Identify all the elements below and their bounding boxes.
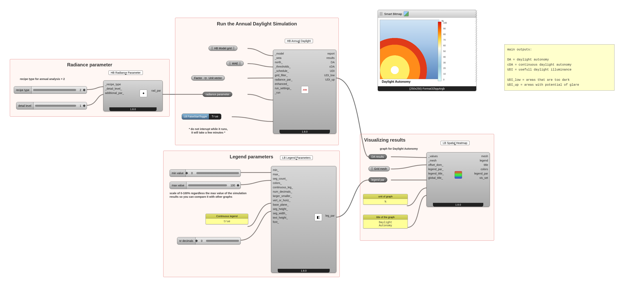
port-legend-par-[interactable]: legend_par_	[427, 167, 445, 171]
capsule-radiance-param[interactable]: radiance parameter	[202, 92, 232, 97]
port-vis-set[interactable]: vis_set	[473, 176, 490, 180]
port-rad-par[interactable]: rad_par	[150, 88, 162, 93]
slider-recipe-type-label: recipe type	[14, 87, 32, 94]
slider-nrdec-val: 0	[199, 239, 204, 242]
port--run[interactable]: _run	[273, 90, 294, 95]
ann-icon: ANN	[301, 86, 308, 94]
port-colors-[interactable]: colors_	[271, 181, 294, 185]
sim-note: * do not interupt while it runs, it will…	[189, 127, 228, 134]
panel-unit-title: unit of graph	[363, 194, 408, 199]
panel-cont-legend[interactable]: Continuous legend true	[206, 214, 248, 224]
panel-unit[interactable]: unit of graph %	[363, 194, 408, 205]
capsule-unit-vector-label: Unit vector	[209, 76, 222, 80]
label-hb-annual: HB Annual Daylight	[285, 39, 313, 43]
port-UDI-up[interactable]: UDI_up	[322, 77, 336, 82]
port-leg-par[interactable]: leg_par	[324, 213, 336, 218]
slider-detail-level[interactable]: detail level 1	[16, 102, 87, 110]
port--wea[interactable]: _wea	[273, 56, 294, 60]
port-base-plane-[interactable]: base_plane_	[271, 202, 294, 207]
label-hb-radiance: HB Radiance Parameter	[108, 71, 143, 75]
port-results[interactable]: results	[322, 56, 336, 60]
capsule-da-results-label: DA results	[371, 155, 384, 158]
comp-lb-legend[interactable]: min_max_seg_count_colors_continuous_leg_…	[271, 166, 336, 273]
heatmap-image	[380, 20, 439, 79]
port-additional-par-[interactable]: additional_par_	[104, 91, 126, 95]
capsule-grid-mesh[interactable]: Grid mesh	[368, 166, 390, 171]
slider-min-label: min value	[170, 170, 186, 177]
port-seg-height-[interactable]: seg_height_	[271, 207, 294, 211]
port-colors[interactable]: colors	[473, 167, 490, 171]
port--detail-level-[interactable]: _detail_level_	[104, 87, 126, 91]
port-num-decimals-[interactable]: num_decimals_	[271, 189, 294, 194]
label-lb-heat: LB Spatial Heatmap	[440, 141, 470, 145]
comp-hb-annual-version: 1.8.0	[280, 130, 330, 134]
port--recipe-type[interactable]: _recipe_type	[104, 82, 126, 87]
heatmap-icon	[454, 171, 462, 179]
slider-detail-level-value: 1	[78, 104, 83, 107]
capsule-hb-model-grid-label: HB Model grid	[214, 47, 232, 50]
port-font-[interactable]: font_	[271, 220, 294, 224]
bitmap-title: Smart Bitmap	[384, 12, 402, 16]
port--values[interactable]: _values	[427, 154, 445, 158]
port-legend-title-[interactable]: legend_title_	[427, 171, 445, 176]
port-title[interactable]: title	[473, 163, 490, 167]
port-DA[interactable]: DA	[322, 60, 336, 64]
panel-unit-body: %	[363, 199, 408, 204]
xy-icon: ↕y	[204, 76, 207, 80]
capsule-legend-par-label: legend par	[371, 178, 384, 181]
capsule-wae[interactable]: WAE	[226, 61, 244, 66]
legend-icon: ◧	[314, 213, 322, 221]
port-north-[interactable]: north_	[273, 60, 294, 64]
port-legend-par[interactable]: legend_par	[473, 171, 490, 176]
slider-nrdec-label: nr decimals	[177, 237, 196, 244]
port-legend[interactable]: legend	[473, 158, 490, 163]
port-grid-filter-[interactable]: grid_filter_	[273, 73, 294, 77]
port-radiance-par-[interactable]: radiance_par_	[273, 77, 294, 82]
slider-nr-decimals[interactable]: nr decimals 0	[177, 237, 241, 245]
capsule-radiance-param-label: radiance parameter	[206, 93, 229, 96]
port-larger-smaller-[interactable]: larger_smaller_	[271, 194, 294, 198]
port-seg-count-[interactable]: seg_count_	[271, 176, 294, 181]
port-enhanced-[interactable]: enhanced_	[273, 82, 294, 86]
slider-min-value[interactable]: min value 0	[170, 169, 241, 177]
port-cDA[interactable]: cDA	[322, 64, 336, 69]
port-seg-width-[interactable]: seg_width_	[271, 211, 294, 215]
port-run-settings-[interactable]: run_settings_	[273, 86, 294, 90]
group-sim-title: Run the Annual Daylight Simulation	[175, 21, 338, 27]
port-max-[interactable]: max_	[271, 172, 294, 176]
slider-recipe-type[interactable]: recipe type 2	[14, 86, 87, 94]
port-text-height-[interactable]: text_height_	[271, 215, 294, 220]
capsule-hb-model-grid[interactable]: HB Model grid	[208, 46, 238, 51]
toggle-false-start[interactable]: LB FalseStartToggle True	[182, 114, 221, 120]
smart-bitmap[interactable]: Smart Bitmap % 1009080706050403020100 Da…	[378, 10, 476, 91]
port-global-title-[interactable]: global_title_	[427, 176, 445, 180]
capsule-da-results[interactable]: DA results	[368, 154, 387, 159]
bitmap-grip[interactable]	[380, 12, 382, 16]
port--model[interactable]: _model	[273, 51, 294, 56]
bitmap-caption: Daylight Autonomy	[380, 79, 474, 84]
capsule-legend-par[interactable]: legend par	[368, 177, 387, 182]
port-continuous-leg-[interactable]: continuous_leg_	[271, 185, 294, 189]
slider-max-val: 100	[228, 184, 237, 187]
port-mesh[interactable]: mesh	[473, 154, 490, 158]
port--mesh[interactable]: _mesh	[427, 158, 445, 163]
port-report[interactable]: report	[322, 51, 336, 56]
capsule-factor[interactable]: Factor ↕y Unit vector	[191, 75, 225, 81]
port-UDI[interactable]: UDI	[322, 69, 336, 73]
port-offset-dom-[interactable]: offset_dom_	[427, 163, 445, 167]
panel-title-graph[interactable]: title of the graph Daylight Autonomy	[363, 215, 408, 228]
panel-title-graph-body: Daylight Autonomy	[363, 220, 408, 228]
comp-hb-annual[interactable]: _model_weanorth__thresholds__schedule_gr…	[273, 50, 336, 134]
port-min-[interactable]: min_	[271, 168, 294, 172]
port-vert-or-horiz-[interactable]: vert_or_horiz_	[271, 198, 294, 202]
port-UDI-low[interactable]: UDI_low	[322, 73, 336, 77]
comp-lb-heat[interactable]: _values_meshoffset_dom_legend_par_legend…	[426, 152, 490, 207]
slider-detail-level-label: detail level	[16, 102, 34, 109]
port--schedule-[interactable]: _schedule_	[273, 69, 294, 73]
outputs-note: main outputs: DA = daylight autonomy cDA…	[504, 44, 614, 91]
slider-max-value[interactable]: max value 100	[170, 182, 241, 189]
group-radiance-sub: recipe type for annual analysis = 2	[20, 77, 65, 81]
label-lb-legend: LB Legend Parameters	[280, 156, 313, 160]
comp-hb-radiance[interactable]: _recipe_type_detail_level_additional_par…	[103, 80, 163, 111]
port--thresholds-[interactable]: _thresholds_	[273, 64, 294, 69]
